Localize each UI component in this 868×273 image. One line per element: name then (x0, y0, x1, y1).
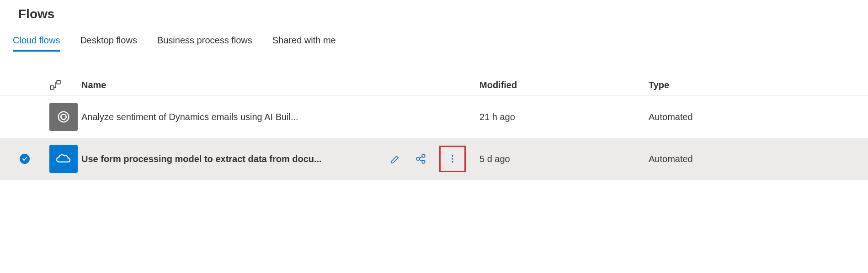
svg-rect-1 (57, 80, 60, 84)
share-icon (415, 153, 427, 165)
table-row[interactable]: Use form processing model to extract dat… (0, 138, 868, 180)
tab-cloud-flows[interactable]: Cloud flows (13, 35, 60, 51)
edit-button[interactable] (388, 152, 403, 166)
table-row[interactable]: Analyze sentiment of Dynamics emails usi… (0, 96, 868, 138)
svg-point-3 (416, 158, 420, 161)
column-header-name[interactable]: Name (81, 80, 388, 90)
svg-point-10 (452, 161, 453, 163)
svg-line-7 (419, 160, 422, 161)
svg-point-8 (452, 155, 453, 157)
tab-desktop-flows[interactable]: Desktop flows (80, 35, 137, 51)
more-button-highlight (439, 146, 466, 172)
share-button[interactable] (414, 152, 428, 166)
flow-name[interactable]: Use form processing model to extract dat… (81, 154, 322, 164)
svg-line-6 (419, 157, 422, 158)
svg-point-4 (422, 154, 425, 158)
row-select[interactable] (0, 154, 49, 164)
svg-point-2 (59, 112, 69, 122)
tabs: Cloud flows Desktop flows Business proce… (13, 35, 868, 52)
dynamics-icon (49, 103, 78, 131)
pencil-icon (390, 153, 401, 164)
flow-type: Automated (649, 112, 868, 122)
page-title: Flows (18, 7, 868, 21)
flow-name[interactable]: Analyze sentiment of Dynamics emails usi… (81, 112, 298, 122)
tab-shared-with-me[interactable]: Shared with me (272, 35, 336, 51)
flows-table: Name Modified Type Analyze sentiment of … (0, 74, 868, 180)
column-header-type[interactable]: Type (649, 80, 868, 90)
checkmark-icon (20, 154, 30, 164)
svg-rect-0 (50, 86, 54, 89)
svg-point-5 (422, 160, 425, 163)
column-header-modified[interactable]: Modified (479, 80, 649, 90)
more-vertical-icon (447, 154, 458, 164)
flow-type: Automated (649, 154, 868, 164)
more-button[interactable] (445, 152, 460, 166)
flow-modified: 21 h ago (479, 112, 649, 122)
tab-business-process-flows[interactable]: Business process flows (157, 35, 252, 51)
onedrive-icon (49, 145, 78, 173)
flow-modified: 5 d ago (479, 154, 649, 164)
flow-type-icon-header (49, 79, 81, 91)
table-header: Name Modified Type (0, 74, 868, 96)
svg-point-9 (452, 158, 453, 159)
